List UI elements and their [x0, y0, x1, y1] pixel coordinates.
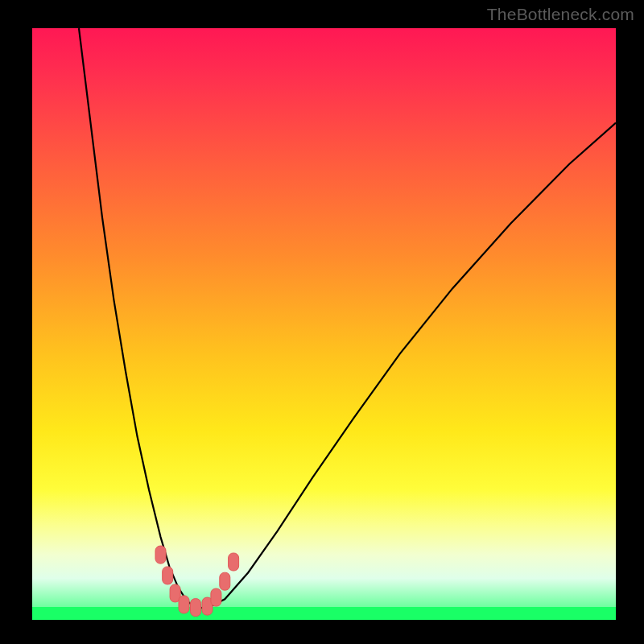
data-marker — [155, 546, 166, 564]
plot-area — [32, 28, 616, 620]
watermark-text: TheBottleneck.com — [487, 5, 634, 24]
bottleneck-curve — [79, 28, 616, 608]
data-marker — [229, 553, 239, 571]
marker-group — [155, 546, 239, 617]
chart-overlay — [32, 28, 616, 620]
data-marker — [179, 596, 189, 613]
data-marker — [191, 599, 201, 617]
data-marker — [211, 588, 221, 606]
data-marker — [220, 572, 230, 590]
data-marker — [163, 567, 173, 584]
chart-frame: TheBottleneck.com — [0, 0, 644, 644]
